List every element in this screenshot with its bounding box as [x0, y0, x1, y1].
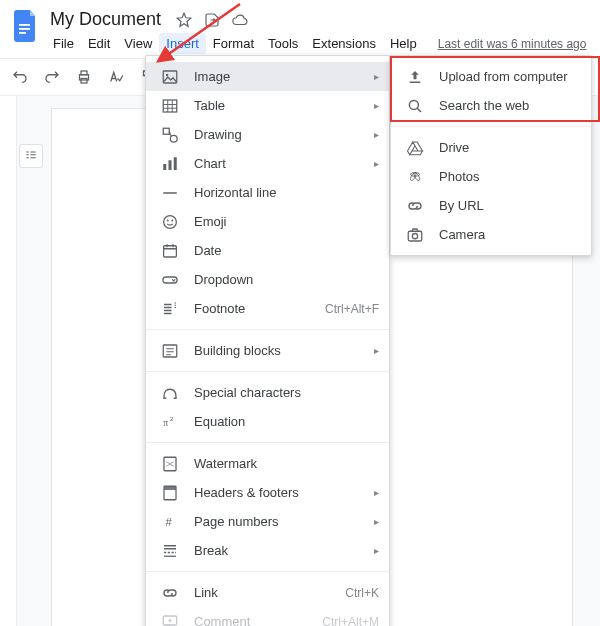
submenu-caret-icon: ▸: [369, 545, 379, 556]
menu-item-label: Link: [194, 585, 345, 600]
menu-separator: [146, 329, 389, 330]
image-item-drive[interactable]: Drive: [391, 133, 591, 162]
insert-item-headers-footers[interactable]: Headers & footers▸: [146, 478, 389, 507]
camera-icon: [405, 225, 425, 245]
menu-item-label: Special characters: [194, 385, 379, 400]
undo-button[interactable]: [6, 63, 34, 91]
menu-format[interactable]: Format: [206, 33, 261, 54]
dropdown-icon: [160, 270, 180, 290]
insert-item-horizontal-line[interactable]: Horizontal line: [146, 178, 389, 207]
insert-item-watermark[interactable]: Watermark: [146, 449, 389, 478]
image-icon: [160, 67, 180, 87]
menu-item-label: Page numbers: [194, 514, 365, 529]
move-icon[interactable]: [203, 11, 221, 29]
image-item-photos[interactable]: Photos: [391, 162, 591, 191]
redo-button[interactable]: [38, 63, 66, 91]
photos-icon: [405, 167, 425, 187]
menu-insert[interactable]: Insert: [159, 33, 206, 54]
watermark-icon: [160, 454, 180, 474]
menu-item-label: Table: [194, 98, 365, 113]
insert-item-emoji[interactable]: Emoji: [146, 207, 389, 236]
image-item-by-url[interactable]: By URL: [391, 191, 591, 220]
menu-separator: [146, 442, 389, 443]
menu-bar: FileEditViewInsertFormatToolsExtensionsH…: [46, 31, 586, 54]
last-edit-link[interactable]: Last edit was 6 minutes ago: [438, 37, 587, 51]
search-icon: [405, 96, 425, 116]
title-bar: My Document FileEditViewInsertFormatTool…: [0, 0, 600, 54]
cloud-status-icon[interactable]: [231, 11, 249, 29]
print-button[interactable]: [70, 63, 98, 91]
menu-item-label: Dropdown: [194, 272, 379, 287]
comment-icon: [160, 612, 180, 627]
equation-icon: [160, 412, 180, 432]
star-icon[interactable]: [175, 11, 193, 29]
footnote-icon: [160, 299, 180, 319]
svg-rect-30: [19, 32, 26, 34]
date-icon: [160, 241, 180, 261]
submenu-caret-icon: ▸: [369, 516, 379, 527]
document-outline-button[interactable]: [19, 144, 43, 168]
menu-item-label: Break: [194, 543, 365, 558]
menu-item-label: Drive: [439, 140, 581, 155]
insert-item-date[interactable]: Date: [146, 236, 389, 265]
pagenum-icon: [160, 512, 180, 532]
submenu-caret-icon: ▸: [369, 71, 379, 82]
menu-edit[interactable]: Edit: [81, 33, 117, 54]
insert-item-drawing[interactable]: Drawing▸: [146, 120, 389, 149]
insert-item-comment: CommentCtrl+Alt+M: [146, 607, 389, 626]
insert-item-chart[interactable]: Chart▸: [146, 149, 389, 178]
submenu-caret-icon: ▸: [369, 345, 379, 356]
link-icon: [160, 583, 180, 603]
menu-item-label: Image: [194, 69, 365, 84]
left-sidebar: [17, 96, 45, 626]
insert-item-link[interactable]: LinkCtrl+K: [146, 578, 389, 607]
menu-item-label: Headers & footers: [194, 485, 365, 500]
docs-logo[interactable]: [12, 8, 40, 44]
menu-item-label: Equation: [194, 414, 379, 429]
spellcheck-button[interactable]: [102, 63, 130, 91]
menu-file[interactable]: File: [46, 33, 81, 54]
drive-icon: [405, 138, 425, 158]
shortcut-label: Ctrl+K: [345, 586, 379, 600]
insert-item-table[interactable]: Table▸: [146, 91, 389, 120]
submenu-caret-icon: ▸: [369, 487, 379, 498]
drawing-icon: [160, 125, 180, 145]
insert-item-break[interactable]: Break▸: [146, 536, 389, 565]
menu-extensions[interactable]: Extensions: [305, 33, 383, 54]
svg-rect-29: [19, 28, 30, 30]
menu-item-label: Camera: [439, 227, 581, 242]
menu-item-label: Search the web: [439, 98, 581, 113]
menu-separator: [391, 126, 591, 127]
image-submenu: Upload from computerSearch the webDriveP…: [390, 55, 592, 256]
insert-item-equation[interactable]: Equation: [146, 407, 389, 436]
vertical-ruler: [0, 96, 17, 626]
menu-item-label: By URL: [439, 198, 581, 213]
insert-item-dropdown[interactable]: Dropdown: [146, 265, 389, 294]
menu-item-label: Comment: [194, 614, 322, 626]
shortcut-label: Ctrl+Alt+F: [325, 302, 379, 316]
table-icon: [160, 96, 180, 116]
insert-item-special-characters[interactable]: Special characters: [146, 378, 389, 407]
document-title[interactable]: My Document: [46, 8, 165, 31]
submenu-caret-icon: ▸: [369, 158, 379, 169]
shortcut-label: Ctrl+Alt+M: [322, 615, 379, 627]
break-icon: [160, 541, 180, 561]
image-item-upload-from-computer[interactable]: Upload from computer: [391, 62, 591, 91]
menu-item-label: Footnote: [194, 301, 325, 316]
insert-menu: Image▸Table▸Drawing▸Chart▸Horizontal lin…: [145, 55, 390, 626]
emoji-icon: [160, 212, 180, 232]
menu-help[interactable]: Help: [383, 33, 424, 54]
menu-item-label: Date: [194, 243, 379, 258]
upload-icon: [405, 67, 425, 87]
image-item-camera[interactable]: Camera: [391, 220, 591, 249]
insert-item-footnote[interactable]: FootnoteCtrl+Alt+F: [146, 294, 389, 323]
insert-item-building-blocks[interactable]: Building blocks▸: [146, 336, 389, 365]
insert-item-page-numbers[interactable]: Page numbers▸: [146, 507, 389, 536]
special-icon: [160, 383, 180, 403]
menu-view[interactable]: View: [117, 33, 159, 54]
svg-rect-28: [19, 24, 30, 26]
insert-item-image[interactable]: Image▸: [146, 62, 389, 91]
image-item-search-the-web[interactable]: Search the web: [391, 91, 591, 120]
menu-item-label: Upload from computer: [439, 69, 581, 84]
menu-tools[interactable]: Tools: [261, 33, 305, 54]
